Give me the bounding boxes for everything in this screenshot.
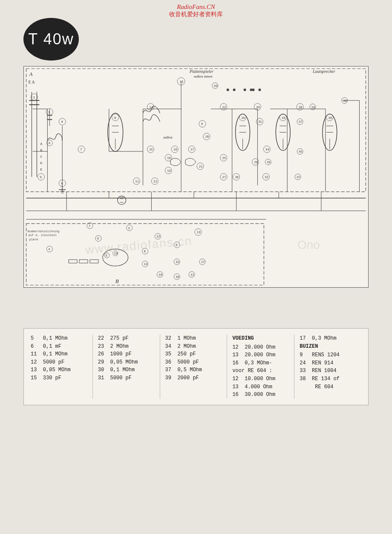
svg-point-83 <box>252 89 254 91</box>
svg-text:E: E <box>40 167 42 171</box>
svg-text:Plattenspieler: Plattenspieler <box>189 69 213 74</box>
comp-col-3: 32 1 MOhm 34 2 MOhm 35 250 pF 36 5000 pF… <box>160 335 228 399</box>
svg-text:4: 4 <box>48 248 50 251</box>
svg-text:3: 3 <box>128 227 130 230</box>
svg-text:4: 4 <box>61 120 63 124</box>
svg-text:31: 31 <box>258 120 262 124</box>
svg-text:30: 30 <box>235 176 239 179</box>
svg-text:10: 10 <box>120 196 124 200</box>
svg-text:15: 15 <box>176 260 179 264</box>
svg-text:1: 1 <box>33 95 35 99</box>
svg-text:35: 35 <box>267 161 270 164</box>
svg-text:auf d. lnnschalt: auf d. lnnschalt <box>29 234 57 237</box>
svg-text:34: 34 <box>265 148 269 151</box>
svg-text:15: 15 <box>180 80 183 84</box>
svg-text:7: 7 <box>89 225 90 228</box>
comp-item: 35 250 pF <box>165 350 222 358</box>
svg-text:A: A <box>40 142 42 146</box>
comp-item: 39 2000 pF <box>165 374 222 382</box>
comp-item: 12 5000 pF <box>31 358 87 367</box>
comp-item: 26 1000 pF <box>98 350 155 358</box>
comp-item: voor RE 604 : <box>232 367 289 375</box>
page-container: RadioFans.CN 收音机爱好者资料库 T 40w A E A Platt… <box>0 0 392 534</box>
circuit-diagram: A E A Plattenspieler außen innen Lautspr… <box>23 66 369 288</box>
comp-col-2: 22 275 pF 23 2 MOhm 26 1000 pF 29 0,05 M… <box>93 335 160 399</box>
svg-text:17: 17 <box>201 260 205 264</box>
svg-text:5: 5 <box>106 254 107 257</box>
comp-item: 13 0,05 MOhm <box>31 366 87 374</box>
svg-text:21: 21 <box>199 165 202 168</box>
svg-text:26: 26 <box>256 106 259 109</box>
logo-text: T 40w <box>28 30 74 48</box>
svg-text:3: 3 <box>48 141 50 145</box>
comp-item: 30 0,1 MOhm <box>98 366 155 374</box>
site-subtitle: 收音机爱好者资料库 <box>0 11 392 18</box>
comp-item: 12 20.000 Ohm <box>232 343 289 352</box>
comp-item: 9 RENS 1204 <box>300 351 356 359</box>
comp-item: 29 0,05 MOhm <box>98 358 155 367</box>
svg-text:29: 29 <box>242 116 245 120</box>
comp-item: 36 5000 pF <box>165 358 222 367</box>
svg-text:Nummernbezeichnung: Nummernbezeichnung <box>28 230 60 233</box>
comp-item: 13 20.000 Ohm <box>232 351 289 359</box>
circuit-svg: A E A Plattenspieler außen innen Lautspr… <box>24 66 368 287</box>
comp-col-5: 17 0,3 MOhm BUIZEN 9 RENS 1204 24 REN 91… <box>294 335 361 399</box>
svg-text:außen: außen <box>163 135 173 139</box>
svg-point-79 <box>227 89 229 91</box>
svg-text:19: 19 <box>167 169 170 173</box>
comp-item: 37 0,5 MOhm <box>165 366 222 374</box>
svg-text:22: 22 <box>222 106 226 109</box>
comp-item: 5 0,1 MOhm <box>31 335 87 343</box>
comp-item: 33 REN 1004 <box>300 367 356 375</box>
svg-text:11: 11 <box>190 273 194 277</box>
buizen-header: BUIZEN <box>300 343 356 351</box>
header: RadioFans.CN 收音机爱好者资料库 <box>0 0 392 20</box>
svg-text:18: 18 <box>167 156 170 160</box>
comp-item: 17 0,3 MOhm <box>300 335 356 343</box>
svg-text:2: 2 <box>48 110 50 114</box>
svg-text:D: D <box>40 161 42 165</box>
svg-text:8: 8 <box>201 122 203 126</box>
site-title: RadioFans.CN <box>0 3 392 11</box>
logo-circle: T 40w <box>23 18 79 61</box>
comp-col-4: VOEDING 12 20.000 Ohm 13 20.000 Ohm 16 0… <box>227 335 294 399</box>
svg-text:37: 37 <box>299 120 302 124</box>
comp-item: 11 0,1 MOhm <box>31 350 87 358</box>
svg-text:16: 16 <box>159 273 162 277</box>
svg-text:16: 16 <box>173 148 177 151</box>
svg-text:C: C <box>40 155 42 159</box>
svg-text:B: B <box>40 148 42 152</box>
comp-item: 6 0,1 mF <box>31 343 87 351</box>
svg-text:12: 12 <box>153 180 157 183</box>
svg-point-84 <box>258 89 261 91</box>
svg-text:14: 14 <box>144 263 147 266</box>
svg-point-80 <box>233 89 236 91</box>
comp-item: 32 1 MOhm <box>165 335 222 343</box>
svg-text:12: 12 <box>156 235 160 238</box>
comp-item: 16 0,3 MOhm· <box>232 359 289 367</box>
svg-text:25: 25 <box>222 156 226 160</box>
comp-item: 16 30.000 Ohm <box>232 391 289 399</box>
svg-text:17: 17 <box>190 148 194 151</box>
comp-item: 24 REN 914 <box>300 359 356 367</box>
svg-text:7: 7 <box>80 147 82 151</box>
svg-text:29: 29 <box>254 161 257 164</box>
components-list: 5 0,1 MOhm 6 0,1 mF 11 0,1 MOhm 12 5000 … <box>31 335 361 399</box>
svg-text:32: 32 <box>265 176 268 179</box>
comp-item: 34 2 MOhm <box>165 343 222 351</box>
comp-item: 31 5000 pF <box>98 374 155 382</box>
svg-text:5: 5 <box>40 175 42 179</box>
svg-text:Ono: Ono <box>297 238 320 251</box>
svg-text:A: A <box>29 71 33 77</box>
svg-point-81 <box>244 89 246 91</box>
svg-text:28: 28 <box>343 99 347 103</box>
svg-text:plane: plane <box>29 238 38 241</box>
svg-text:15: 15 <box>149 148 153 151</box>
voeding-header: VOEDING <box>232 335 289 343</box>
svg-text:27: 27 <box>222 176 226 179</box>
svg-text:20: 20 <box>214 84 217 88</box>
comp-item: 22 275 pF <box>98 335 155 343</box>
svg-text:9: 9 <box>176 243 177 247</box>
svg-text:33: 33 <box>282 116 285 120</box>
comp-item: 38 RE 134 of <box>300 375 356 383</box>
